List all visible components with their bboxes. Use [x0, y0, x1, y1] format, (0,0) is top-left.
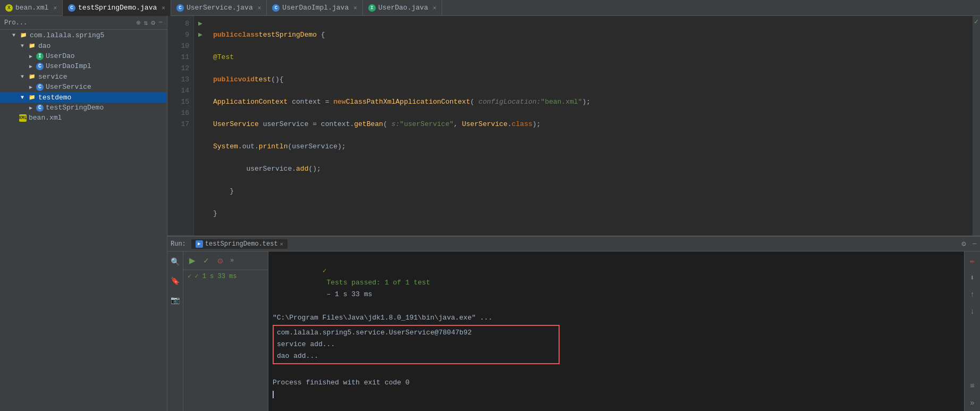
- output-service-object: com.lalala.spring5.service.UserService@7…: [277, 327, 555, 339]
- close-icon[interactable]: ✕: [53, 4, 57, 11]
- tree-label-userservice: UserService: [46, 83, 91, 91]
- main-area: Pro... ⊕ ⇅ ⚙ − ▼ 📁 com.lalala.spring5 ▼ …: [0, 16, 980, 411]
- tab-userservice[interactable]: C UserService.java ✕: [171, 0, 267, 16]
- java-c-icon-3: C: [272, 4, 280, 12]
- output-process-finished: Process finished with exit code 0: [273, 377, 960, 389]
- run-output[interactable]: ✓ Tests passed: 1 of 1 test – 1 s 33 ms …: [268, 251, 964, 411]
- tree-item-root-package[interactable]: ▼ 📁 com.lalala.spring5: [0, 30, 167, 40]
- expand-icon-right[interactable]: »: [967, 397, 978, 409]
- tree-label-userdao: UserDao: [46, 52, 75, 60]
- tests-passed-text: Tests passed: 1 of 1 test: [323, 279, 430, 287]
- run-tab-close-icon[interactable]: ✕: [280, 241, 283, 247]
- check-icon-output: ✓: [323, 267, 327, 275]
- check-icon: ✓: [188, 272, 191, 280]
- java-c-icon-2: C: [176, 4, 184, 12]
- run-test-result: ✓ ✓ 1 s 33 ms: [183, 270, 268, 282]
- download-icon[interactable]: ⬇: [967, 272, 978, 283]
- run-tab-label: testSpringDemo.test: [205, 240, 278, 248]
- checkmark-icon: ✓: [974, 17, 978, 26]
- close-icon-2[interactable]: ✕: [162, 4, 165, 11]
- check-button[interactable]: ✓: [200, 255, 212, 266]
- tab-label-userdao: UserDao.java: [378, 4, 428, 12]
- sidebar-header-left: Pro...: [4, 19, 27, 27]
- gear-icon[interactable]: ⚙: [961, 239, 966, 248]
- up-icon[interactable]: ↑: [967, 289, 978, 300]
- java-c-icon-testspringdemo: C: [36, 104, 44, 112]
- tree-arrow-userdaoimpl: ▶: [28, 63, 34, 70]
- tab-bean-xml[interactable]: X bean.xml ✕: [0, 0, 63, 16]
- java-c-icon-userservice: C: [36, 83, 44, 91]
- output-service-add: service add...: [277, 339, 555, 350]
- tree-arrow-dao: ▼: [19, 43, 26, 49]
- tree-arrow-testdemo: ▼: [19, 95, 26, 100]
- run-controls: ▶ ✓ ⊙ »: [183, 251, 268, 270]
- tree-item-userdao[interactable]: ▶ I UserDao: [0, 51, 167, 61]
- tests-passed-line: ✓ Tests passed: 1 of 1 test – 1 s 33 ms: [273, 254, 960, 312]
- run-tab-testspringdemo[interactable]: ▶ testSpringDemo.test ✕: [191, 239, 288, 249]
- tree-label-service: service: [38, 73, 67, 81]
- down-icon[interactable]: ↓: [967, 306, 978, 317]
- right-run-strip: ✏ ⬇ ↑ ↓ ≡ »: [964, 251, 980, 411]
- result-time: ✓ 1 s 33 ms: [195, 272, 236, 280]
- output-dao-add: dao add...: [277, 350, 555, 362]
- close-icon-3[interactable]: ✕: [258, 4, 261, 11]
- code-editor[interactable]: public class testSpringDemo { @Test publ…: [207, 16, 973, 236]
- java-c-icon-daoimpl: C: [36, 63, 44, 70]
- sidebar: Pro... ⊕ ⇅ ⚙ − ▼ 📁 com.lalala.spring5 ▼ …: [0, 16, 167, 411]
- folder-icon: 📁: [19, 31, 28, 39]
- layout-icon[interactable]: ⇅: [144, 19, 148, 27]
- bookmark-icon[interactable]: 🔖: [170, 275, 181, 287]
- tree-label-testdemo: testdemo: [38, 94, 71, 102]
- tree-item-testspringdemo[interactable]: ▶ C testSpringDemo: [0, 103, 167, 113]
- close-icon-4[interactable]: ✕: [353, 4, 357, 11]
- tree-label-root: com.lalala.spring5: [30, 31, 104, 39]
- java-c-icon: C: [68, 4, 75, 12]
- tree-arrow-service: ▼: [19, 74, 26, 80]
- tree-label-bean-xml: bean.xml: [29, 114, 62, 122]
- sidebar-header: Pro... ⊕ ⇅ ⚙ −: [0, 16, 167, 30]
- tree-label-dao: dao: [38, 42, 50, 50]
- run-tab-icon: ▶: [196, 240, 203, 248]
- duration-text: – 1 s 33 ms: [323, 290, 373, 298]
- run-content: 🔍 🔖 📷 ▶ ✓ ⊙ » ✓ ✓ 1 s 33 ms: [167, 251, 980, 411]
- tree-arrow-userdao: ▶: [28, 53, 34, 60]
- tab-label-userdaoimpl: UserDaoImpl.java: [282, 4, 349, 12]
- list-icon[interactable]: ≡: [967, 380, 978, 392]
- tab-bar: X bean.xml ✕ C testSpringDemo.java ✕ C U…: [0, 0, 980, 16]
- tree-item-bean-xml[interactable]: XML bean.xml: [0, 113, 167, 123]
- tab-label-testspringdemo: testSpringDemo.java: [78, 4, 157, 12]
- tree-item-testdemo[interactable]: ▼ 📁 testdemo: [0, 92, 167, 103]
- tab-userdao[interactable]: I UserDao.java ✕: [363, 0, 442, 16]
- edit-icon[interactable]: ✏: [967, 255, 978, 266]
- tab-testspringdemo[interactable]: C testSpringDemo.java ✕: [63, 0, 171, 16]
- stop-button[interactable]: ⊙: [214, 255, 226, 266]
- cursor: [273, 391, 274, 398]
- tree-label-testspringdemo: testSpringDemo: [46, 104, 104, 112]
- tree-label-userdaoimpl: UserDaoImpl: [46, 62, 91, 70]
- tree-item-dao[interactable]: ▼ 📁 dao: [0, 40, 167, 51]
- right-gutter: ✓: [973, 16, 980, 236]
- close-icon-5[interactable]: ✕: [433, 4, 436, 11]
- run-tab-bar: Run: ▶ testSpringDemo.test ✕ ⚙ −: [167, 237, 980, 251]
- minus-icon[interactable]: −: [158, 19, 163, 27]
- settings-icon[interactable]: ⚙: [151, 19, 155, 27]
- tree-item-userdaoimpl[interactable]: ▶ C UserDaoImpl: [0, 61, 167, 71]
- code-content: 8 9 10 11 12 13 14 15 16 17 ▶ ▶: [167, 16, 980, 236]
- folder-icon-service: 📁: [28, 72, 36, 81]
- add-icon[interactable]: ⊕: [137, 19, 141, 27]
- camera-icon[interactable]: 📷: [170, 294, 181, 306]
- expand-icon[interactable]: »: [230, 257, 234, 264]
- minimize-icon[interactable]: −: [973, 240, 977, 248]
- tab-userdaoimpl[interactable]: C UserDaoImpl.java ✕: [267, 0, 362, 16]
- search-icon[interactable]: 🔍: [170, 256, 181, 267]
- line-numbers: 8 9 10 11 12 13 14 15 16 17: [167, 16, 194, 236]
- tree-item-userservice[interactable]: ▶ C UserService: [0, 82, 167, 92]
- output-cursor-line: [273, 389, 960, 400]
- tab-label-userservice: UserService.java: [187, 4, 253, 12]
- run-label: Run:: [171, 240, 186, 248]
- editor-area: 8 9 10 11 12 13 14 15 16 17 ▶ ▶: [167, 16, 980, 236]
- tab-label-bean-xml: bean.xml: [15, 4, 48, 12]
- java-exe-line: "C:\Program Files\Java\jdk1.8.0_191\bin\…: [273, 312, 960, 324]
- tree-item-service[interactable]: ▼ 📁 service: [0, 71, 167, 82]
- play-button[interactable]: ▶: [187, 255, 198, 266]
